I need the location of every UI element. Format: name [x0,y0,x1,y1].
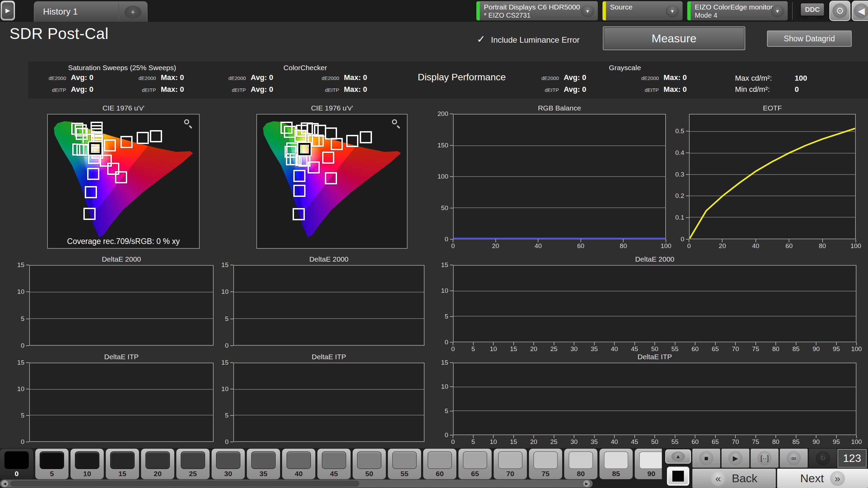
x-tick-mark [675,435,675,438]
scroll-left-icon[interactable]: ◀ [1,480,8,487]
stop-button[interactable]: ■ [692,449,720,468]
measure-button[interactable]: Measure [603,26,745,50]
cie-chart-colorchecker[interactable]: CIE 1976 u'v' [256,104,408,249]
back-button[interactable]: « Back [692,469,776,488]
series-plot [690,115,855,239]
gridline [30,318,213,319]
chart-title: DeltaE ITP [214,352,425,363]
pattern-step-button[interactable]: 45 [317,449,351,479]
step-range-button[interactable]: [··] [751,449,778,468]
loop-button[interactable]: ∞ [780,449,808,468]
y-tick-mark [450,145,453,146]
gray-swatch [40,451,64,469]
magnifier-icon[interactable] [183,119,194,129]
horizontal-scrollbar[interactable]: ◀ ▶ [0,480,593,488]
source-status-indicator [603,1,606,20]
step-label: 55 [388,470,421,478]
pattern-step-button[interactable]: 0 [0,449,33,479]
x-tick-label: 15 [510,345,517,353]
pattern-step-button[interactable]: 50 [353,449,386,479]
next-icon: » [830,471,845,486]
play-button[interactable]: ▶ [722,449,749,468]
y-tick-label: 5 [225,315,229,323]
y-tick-label: 0 [445,338,448,346]
x-tick-mark [614,435,615,438]
pattern-step-button[interactable]: 70 [494,449,527,479]
scrollbar-thumb[interactable] [10,481,359,487]
magnifier-icon[interactable] [391,119,401,129]
pattern-step-button[interactable]: 20 [141,449,174,479]
metric-label: dEITP [638,87,659,93]
y-tick-label: 0 [225,342,229,350]
x-tick-mark [822,239,823,242]
add-tab-button[interactable]: + [124,6,141,19]
cie-plot-area: Coverage rec.709/sRGB: 0 % xy [47,114,200,249]
x-tick-mark [634,435,635,438]
tab-history-1[interactable]: History 1 + [34,1,147,22]
x-tick-label: 55 [671,438,678,446]
y-tick-label: 10 [441,287,448,295]
pattern-step-button[interactable]: 60 [423,449,456,479]
x-tick-mark [816,342,816,345]
include-luminance-label[interactable]: Include Luminance Error [491,35,579,45]
tab-separator [118,3,119,21]
y-tick-mark [230,362,233,363]
y-axis: 051015 [10,363,29,442]
deltaeitp-chart-grayscale: DeltaE ITP051015051015202530354045505560… [434,352,856,447]
section-title: Grayscale [525,63,725,73]
meter-name: Portrait Displays C6 HDR5000 [484,3,580,11]
pattern-step-button[interactable]: 10 [71,449,104,479]
pattern-panel-up-button[interactable]: ▲ [665,449,691,464]
pattern-step-button[interactable]: 80 [564,449,597,479]
x-tick-mark [715,342,716,345]
pattern-counter-button[interactable]: 123 [837,449,867,468]
refresh-button[interactable]: ↻ [809,449,837,468]
pattern-step-button[interactable]: 85 [599,449,633,479]
show-datagrid-button[interactable]: Show Datagrid [767,30,852,47]
pattern-step-button[interactable]: 30 [212,449,245,479]
chart-body: 051015 [10,363,214,442]
pattern-step-button[interactable]: 55 [388,449,421,479]
chart-title: DeltaE ITP [10,352,214,363]
scroll-right-icon[interactable]: ▶ [583,480,590,487]
gray-swatch [428,451,452,469]
pattern-step-button[interactable]: 15 [106,449,139,479]
gray-swatch [357,451,381,469]
step-label: 25 [176,470,210,478]
expand-icon: ▶ [2,2,14,19]
y-tick-mark [450,386,453,387]
metric-value: Max: 0 [161,73,184,82]
pattern-step-button[interactable]: 65 [458,449,492,479]
collapse-panel-button[interactable]: ◀ [852,1,868,21]
settings-button[interactable]: ⚙ [829,1,850,21]
display-dropdown[interactable]: EIZO ColorEdge monitors Mode 4 ▼ [687,1,788,21]
cie-chart-saturation[interactable]: CIE 1976 u'v'Coverage rec.709/sRGB: 0 % … [47,104,200,249]
y-tick-mark [450,208,453,208]
pattern-step-button[interactable]: 90 [635,449,662,479]
include-luminance-checkbox[interactable]: ✓ [476,33,487,45]
pattern-step-button[interactable]: 5 [35,449,68,479]
meter-dropdown[interactable]: Portrait Displays C6 HDR5000 * EIZO CS27… [476,1,598,21]
history-panel-expand-button[interactable]: ▶ [1,1,15,20]
measurement-target-marker [87,168,99,180]
ddc-button[interactable]: DDC [797,3,827,19]
x-tick-mark [554,435,554,438]
x-tick-mark [554,342,554,345]
metric-value: Max: 0 [664,85,687,94]
metric-value: Avg: 0 [251,73,273,82]
metric-value: Avg: 0 [564,73,586,82]
pattern-step-button[interactable]: 40 [282,449,315,479]
step-label: 10 [71,470,104,478]
gray-swatch [463,451,487,469]
pattern-step-button[interactable]: 75 [529,449,562,479]
pattern-window-button[interactable] [665,465,691,487]
check-icon: ✓ [477,33,485,45]
pattern-step-button[interactable]: 35 [247,449,280,479]
pattern-step-button[interactable]: 25 [176,449,210,479]
metric-label: dEITP [318,87,339,93]
next-button[interactable]: Next » [777,469,868,488]
x-axis: 0510152025303540455055606570758085909510… [453,342,856,354]
x-tick-label: 70 [732,345,739,353]
source-dropdown[interactable]: Source ▼ [602,1,683,21]
y-tick-mark [686,131,689,131]
